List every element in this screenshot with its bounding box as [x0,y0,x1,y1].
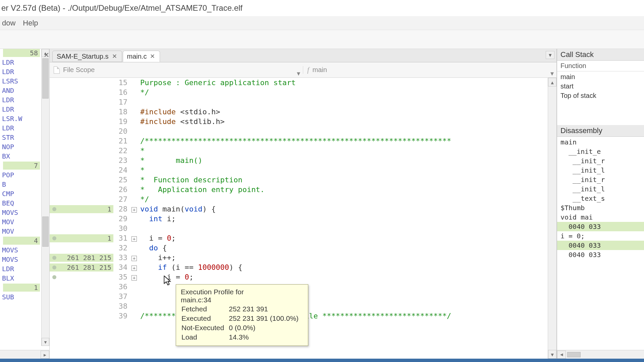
disassembly-line[interactable]: void mai [560,213,641,222]
coverage-cell: 261 281 215 [50,263,113,272]
code-line[interactable]: 131+ i = 0; [50,233,548,243]
disassembly-list[interactable]: main __init_e __init_r __init_l __init_r… [557,137,644,350]
disassembly-line[interactable]: __text_s [560,194,641,203]
disassembly-line[interactable]: __init_r [560,175,641,184]
code-line[interactable]: 26* Application entry point. [50,185,548,194]
call-stack-entry[interactable]: Top of stack [560,91,641,100]
disassembly-line[interactable]: __init_r [560,156,641,166]
disassembly-line[interactable]: 0040 033 [557,222,644,231]
code-line[interactable]: 24* [50,165,548,175]
scroll-thumb[interactable] [42,217,49,247]
scroll-left-icon[interactable]: ◂ [557,351,566,359]
code-line[interactable]: 22* [50,146,548,156]
line-number: 32 [113,244,130,252]
code-text: do { [138,244,548,252]
scroll-thumb[interactable] [567,352,581,357]
code-text: * main() [138,156,548,165]
disassembly-line[interactable]: $Thumb [560,203,641,213]
editor-vertical-scrollbar[interactable]: ▴ ▾ [548,78,556,359]
left-vertical-scrollbar[interactable]: ▴ ▾ [41,49,49,346]
coverage-dot-icon [52,265,56,269]
function-scope-selector[interactable]: f main ▾ [303,66,556,74]
plus-icon: + [131,256,137,261]
call-stack-entry[interactable]: start [560,81,641,91]
disassembly-horizontal-scrollbar[interactable]: ◂ [557,350,644,359]
code-line[interactable]: 21/*************************************… [50,136,548,146]
tab-main-c[interactable]: main.c✕ [123,51,160,62]
disassembly-line[interactable]: 0040 033 [560,250,641,259]
left-horizontal-scrollbar[interactable]: ▸ [0,350,49,359]
code-line[interactable]: 15Purpose : Generic application start [50,78,548,87]
mnemonic: POP [2,171,14,179]
fold-toggle[interactable]: + [130,205,138,213]
disassembly-line[interactable]: __init_l [560,166,641,175]
chevron-down-icon[interactable]: ▾ [550,69,554,77]
code-line[interactable]: 20 [50,126,548,136]
line-number: 22 [113,146,130,155]
code-line[interactable]: 27*/ [50,194,548,204]
code-line[interactable]: 32 do { [50,243,548,253]
code-text: * [138,146,548,155]
menu-window[interactable]: dow [2,19,15,27]
menu-help[interactable]: Help [23,19,38,27]
tab-label: main.c [127,53,147,60]
tabs-overflow-dropdown[interactable]: ▾ [546,51,554,59]
execution-count: 58 [3,49,40,57]
code-line[interactable]: 18#include <stdio.h> [50,107,548,117]
code-text: i++; [138,253,548,262]
fold-toggle[interactable]: + [130,273,138,281]
fold-toggle[interactable]: + [130,253,138,262]
code-line[interactable]: 16*/ [50,87,548,97]
disassembly-line[interactable]: i = 0; [560,231,641,241]
disassembly-line[interactable]: 0040 033 [557,241,644,250]
mnemonic: AND [2,86,14,95]
call-stack-list[interactable]: mainstartTop of stack [557,71,644,125]
mnemonic: MOVS [2,246,18,254]
close-icon[interactable]: ✕ [44,51,49,59]
close-icon[interactable]: ✕ [149,53,156,60]
status-bar [0,359,644,362]
line-number: 25 [113,176,130,184]
toolbar-area [0,30,644,49]
tooltip-row: Not-Executed0 (0.0%) [181,323,303,332]
disassembly-line[interactable]: __init_e [560,147,641,156]
disassembly-line[interactable]: __init_l [560,184,641,194]
code-text: */ [138,195,548,203]
code-text: i = 0; [138,234,548,242]
line-number: 33 [113,253,130,262]
close-icon[interactable]: ✕ [111,53,118,60]
call-stack-header: Function [557,61,644,71]
call-stack-entry[interactable]: main [560,72,641,81]
scroll-down-icon[interactable]: ▾ [42,338,49,346]
scroll-right-icon[interactable]: ▸ [41,351,49,359]
code-text: #include <stdlib.h> [138,117,548,126]
code-line[interactable]: 30 [50,224,548,233]
code-text: /***************************************… [138,137,548,145]
tab-sam-e_startup-s[interactable]: SAM-E_Startup.s✕ [52,51,122,62]
mnemonic: LDR [2,105,14,113]
scroll-down-icon[interactable]: ▾ [548,350,556,359]
mnemonic: CMP [2,190,14,198]
code-line[interactable]: 23* main() [50,156,548,165]
chevron-down-icon[interactable]: ▾ [297,69,300,77]
code-line[interactable]: 261 281 21534+ if (i == 1000000) { [50,262,548,272]
fold-toggle[interactable]: + [130,234,138,242]
mnemonic: LDR [2,124,14,132]
coverage-cell: 1 [50,234,113,242]
code-line[interactable]: 35+ i = 0; [50,272,548,282]
code-line[interactable]: 17 [50,97,548,107]
fold-toggle[interactable]: + [130,263,138,272]
coverage-dot-icon [52,207,56,211]
scroll-up-icon[interactable]: ▴ [548,78,556,86]
file-scope-selector[interactable]: File Scope ▾ [50,66,303,74]
code-line[interactable]: 261 281 21533+ i++; [50,253,548,262]
scroll-thumb[interactable] [42,58,49,99]
disassembly-line[interactable]: main [560,137,641,147]
code-line[interactable]: 29 int i; [50,214,548,224]
line-number: 20 [113,127,130,135]
line-number: 29 [113,215,130,223]
code-line[interactable]: 25* Function description [50,175,548,185]
code-line[interactable]: 19#include <stdlib.h> [50,117,548,126]
code-editor[interactable]: 15Purpose : Generic application start16*… [50,78,556,359]
code-line[interactable]: 128+void main(void) { [50,204,548,214]
